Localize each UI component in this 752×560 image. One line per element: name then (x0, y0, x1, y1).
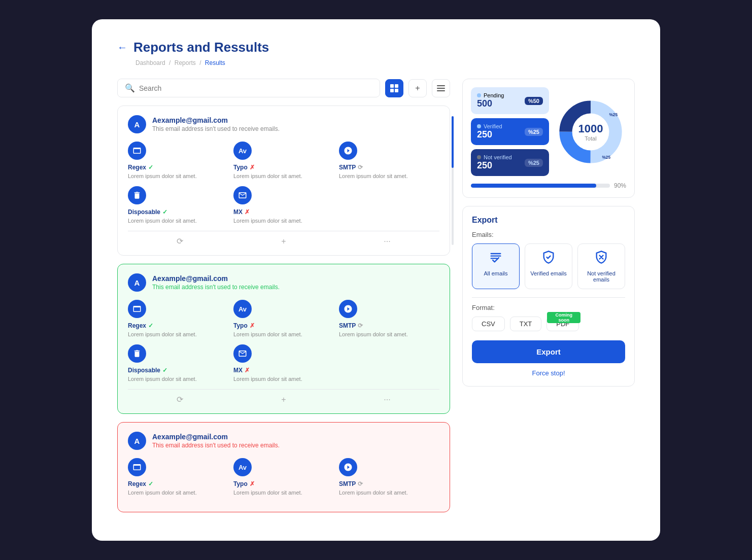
svg-rect-6 (437, 90, 445, 91)
emails-label: Emails: (472, 231, 625, 238)
disposable-icon-2 (128, 344, 146, 363)
typo-icon-3: Av (233, 458, 252, 476)
format-pdf[interactable]: PDF Coming soon (546, 317, 579, 331)
verified-emails-icon (541, 250, 556, 267)
smtp-icon (339, 142, 357, 160)
check-regex-3: Regex ✓ Lorem ipsum dolor sit amet. (128, 458, 228, 496)
format-csv[interactable]: CSV (472, 317, 505, 331)
email-address-2: Aexample@gmail.com (152, 274, 280, 283)
not-verified-emails-icon (594, 250, 608, 267)
more-button-2[interactable]: ··· (384, 395, 390, 404)
chart-total-label: Total (578, 135, 603, 142)
check-smtp-2: SMTP ⟳ Lorem ipsum dolor sit amet. (339, 300, 439, 337)
check-regex-2: Regex ✓ Lorem ipsum dolor sit amet. (128, 300, 228, 337)
page-title: Reports and Ressults (133, 40, 269, 55)
progress-bar (471, 184, 610, 188)
svg-rect-4 (437, 85, 445, 86)
svg-text:%50: %50 (564, 142, 572, 147)
mx-icon-2 (233, 344, 252, 363)
card-subtitle-1: This email address isn't used to receive… (152, 125, 280, 132)
all-emails-label: All emails (484, 270, 507, 276)
email-address-1: Aexample@gmail.com (152, 116, 280, 124)
progress-percent: 90% (614, 182, 626, 189)
format-label: Format: (472, 304, 625, 311)
chart-section: Pending 500 %50 Verified (462, 79, 635, 198)
typo-icon: Av (233, 142, 252, 160)
check-typo-1: Av Typo ✗ Lorem ipsum dolor sit amet. (233, 142, 334, 179)
smtp-icon-3 (339, 458, 357, 476)
export-section: Export Emails: All emails (462, 206, 635, 387)
export-opt-verified[interactable]: Verified emails (525, 243, 572, 289)
not-verified-emails-label: Not verified emails (582, 270, 621, 283)
progress-fill (471, 184, 596, 188)
check-mx-1: MX ✗ Lorem ipsum dolor sit amet. (233, 186, 334, 224)
stat-card-pending: Pending 500 %50 (471, 87, 549, 114)
add-check-button-2[interactable]: + (281, 395, 286, 404)
check-typo-2: Av Typo ✗ Lorem ipsum dolor sit amet. (233, 300, 334, 337)
all-emails-icon (489, 250, 503, 267)
svg-text:%25: %25 (609, 112, 618, 117)
avatar-1: A (128, 115, 146, 133)
check-smtp-3: SMTP ⟳ Lorem ipsum dolor sit amet. (339, 458, 439, 496)
check-typo-3: Av Typo ✗ Lorem ipsum dolor sit amet. (233, 458, 334, 496)
check-disposable-1: Disposable ✓ Lorem ipsum dolor sit amet. (128, 186, 228, 224)
check-regex-1: Regex ✓ Lorem ipsum dolor sit amet. (128, 142, 228, 179)
regex-icon-3 (128, 458, 146, 476)
back-button[interactable]: ← (117, 42, 127, 53)
check-smtp-1: SMTP ⟳ Lorem ipsum dolor sit amet. (339, 142, 439, 179)
avatar-2: A (128, 273, 146, 292)
check-disposable-2: Disposable ✓ Lorem ipsum dolor sit amet. (128, 344, 228, 382)
refresh-button-2[interactable]: ⟳ (177, 395, 183, 404)
disposable-icon (128, 186, 146, 204)
verified-emails-label: Verified emails (530, 270, 567, 276)
typo-icon-2: Av (233, 300, 252, 318)
email-card-3: A Aexample@gmail.com This email address … (117, 422, 450, 512)
export-opt-not-verified[interactable]: Not verified emails (577, 243, 625, 289)
search-icon: 🔍 (125, 83, 135, 93)
svg-text:%25: %25 (602, 155, 610, 160)
svg-rect-2 (390, 89, 394, 92)
email-address-3: Aexample@gmail.com (152, 433, 280, 441)
mx-icon (233, 186, 252, 204)
coming-soon-badge: Coming soon (547, 312, 580, 323)
avatar-3: A (128, 432, 146, 450)
grid-view-button[interactable] (385, 79, 403, 97)
stat-card-not-verified: Not verified 250 %25 (471, 149, 549, 176)
more-button-1[interactable]: ··· (384, 237, 390, 246)
svg-rect-0 (390, 84, 394, 88)
add-button[interactable]: + (408, 79, 427, 97)
breadcrumb: Dashboard / Reports / Results (135, 59, 635, 66)
svg-rect-3 (395, 89, 398, 92)
regex-icon-2 (128, 300, 146, 318)
smtp-icon-2 (339, 300, 357, 318)
svg-rect-5 (437, 88, 445, 89)
svg-rect-1 (395, 84, 398, 88)
export-button[interactable]: Export (472, 340, 625, 363)
donut-chart: %25 %50 %25 1000 Total (555, 96, 626, 167)
regex-icon (128, 142, 146, 160)
email-card-1: A Aexample@gmail.com This email address … (117, 106, 450, 256)
list-view-button[interactable] (432, 79, 450, 97)
export-title: Export (472, 216, 625, 225)
export-opt-all[interactable]: All emails (472, 243, 520, 289)
search-input[interactable] (139, 84, 372, 92)
card-subtitle-3: This email address isn't used to receive… (152, 442, 280, 449)
force-stop-button[interactable]: Force stop! (472, 369, 625, 377)
search-bar[interactable]: 🔍 (117, 79, 380, 97)
stat-card-verified: Verified 250 %25 (471, 118, 549, 145)
format-txt[interactable]: TXT (510, 317, 542, 331)
add-check-button-1[interactable]: + (281, 237, 286, 246)
check-mx-2: MX ✗ Lorem ipsum dolor sit amet. (233, 344, 334, 382)
chart-total: 1000 (578, 122, 603, 135)
card-subtitle-2: This email address isn't used to receive… (152, 284, 280, 291)
email-card-2: A Aexample@gmail.com This email address … (117, 264, 450, 414)
refresh-button-1[interactable]: ⟳ (177, 236, 183, 246)
